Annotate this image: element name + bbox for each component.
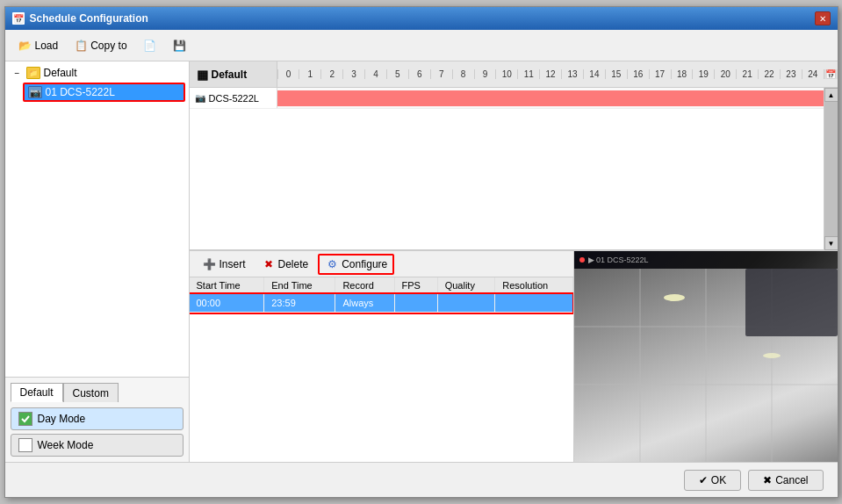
mode-buttons: Day Mode Week Mode (5, 402, 189, 462)
tn-17: 17 (649, 69, 671, 79)
schedule-header: ▦ Default 0 1 2 3 4 5 6 7 8 9 (190, 61, 838, 88)
tree-root[interactable]: − 📁 Default (9, 65, 185, 81)
cell-resolution (495, 294, 572, 313)
tree-camera-node[interactable]: 📷 01 DCS-5222L (23, 83, 185, 102)
tn-11: 11 (517, 69, 539, 79)
mode-tabs: Default Custom (5, 378, 189, 402)
cell-quality (437, 294, 495, 313)
schedule-row-camera: 📷 DCS-5222L (190, 88, 824, 109)
load-button[interactable]: 📂 Load (12, 36, 65, 55)
day-mode-button[interactable]: Day Mode (11, 407, 184, 430)
tab-default[interactable]: Default (11, 383, 63, 402)
load-label: Load (35, 40, 59, 52)
entries-table[interactable]: Start Time End Time Record FPS Quality R… (190, 277, 573, 462)
tn-13: 13 (561, 69, 583, 79)
tree-expand-icon[interactable]: − (12, 68, 23, 78)
ok-button[interactable]: ✔ OK (684, 470, 741, 491)
cell-start: 00:00 (190, 294, 264, 313)
tn-0: 0 (277, 69, 299, 79)
camera-preview: ▶ 01 DCS-5222L (574, 251, 838, 462)
tn-7: 7 (430, 69, 452, 79)
scroll-up-arrow[interactable]: ▲ (824, 88, 838, 102)
schedule-body-wrapper: 📷 DCS-5222L ▲ ▼ (190, 88, 838, 251)
col-end-time: End Time (264, 277, 335, 294)
cancel-label: Cancel (775, 474, 808, 486)
tn-8: 8 (452, 69, 474, 79)
toolbar-icon-3: 📄 (143, 39, 157, 53)
calendar-icon[interactable]: 📅 (824, 69, 838, 79)
preview-label: ▶ 01 DCS-5222L (588, 256, 649, 264)
day-mode-label: Day Mode (38, 413, 86, 425)
configure-button[interactable]: ⚙ Configure (318, 254, 394, 275)
configure-icon: ⚙ (325, 257, 339, 271)
cell-fps (394, 294, 437, 313)
timeline-bar-full (277, 90, 824, 106)
col-record: Record (335, 277, 394, 294)
ceiling-svg (574, 269, 838, 462)
delete-button[interactable]: ✖ Delete (255, 255, 315, 274)
title-bar-left: 📅 Schedule Configuration (12, 12, 148, 25)
tn-2: 2 (320, 69, 342, 79)
tn-6: 6 (408, 69, 430, 79)
toolbar-btn-4[interactable]: 💾 (167, 36, 193, 55)
schedule-scrollbar[interactable]: ▲ ▼ (824, 88, 838, 250)
copyto-button[interactable]: 📋 Copy to (68, 36, 133, 55)
entries-panel: ➕ Insert ✖ Delete ⚙ Configure (190, 251, 574, 462)
entries-toolbar: ➕ Insert ✖ Delete ⚙ Configure (190, 251, 573, 277)
configure-label: Configure (342, 258, 387, 270)
camera-icon: 📷 (28, 86, 42, 98)
timeline-numbers: 0 1 2 3 4 5 6 7 8 9 10 11 12 13 (277, 61, 824, 87)
left-panel: − 📁 Default 📷 01 DCS-5222L Default Custo… (5, 61, 190, 462)
main-content: − 📁 Default 📷 01 DCS-5222L Default Custo… (5, 61, 838, 462)
window-title: Schedule Configuration (30, 12, 148, 25)
close-button[interactable]: ✕ (815, 11, 831, 25)
schedule-row-label: 📷 DCS-5222L (190, 88, 277, 108)
schedule-body[interactable]: 📷 DCS-5222L (190, 88, 824, 250)
tn-21: 21 (736, 69, 758, 79)
insert-button[interactable]: ➕ Insert (197, 255, 252, 274)
preview-top-bar: ▶ 01 DCS-5222L (574, 251, 838, 269)
week-mode-checkbox (18, 438, 32, 452)
copyto-label: Copy to (90, 40, 126, 52)
scroll-thumb[interactable] (824, 102, 838, 236)
bottom-section: ➕ Insert ✖ Delete ⚙ Configure (190, 251, 838, 462)
svg-point-6 (763, 353, 781, 358)
schedule-row-timeline[interactable] (277, 88, 824, 108)
tree-area[interactable]: − 📁 Default 📷 01 DCS-5222L (5, 61, 189, 378)
cell-end: 23:59 (264, 294, 335, 313)
tab-custom[interactable]: Custom (63, 383, 119, 402)
table-row[interactable]: 00:00 23:59 Always (190, 294, 573, 313)
tn-20: 20 (714, 69, 736, 79)
cancel-button[interactable]: ✖ Cancel (748, 470, 823, 491)
tn-15: 15 (605, 69, 627, 79)
copyto-icon: 📋 (74, 39, 88, 53)
toolbar: 📂 Load 📋 Copy to 📄 💾 (5, 30, 838, 61)
cancel-x: ✖ (763, 474, 772, 486)
col-fps: FPS (394, 277, 437, 294)
week-mode-button[interactable]: Week Mode (11, 434, 184, 457)
svg-point-5 (664, 294, 685, 301)
preview-rec-dot (579, 257, 585, 263)
toolbar-icon-4: 💾 (173, 39, 187, 53)
schedule-label: ▦ Default (190, 61, 277, 87)
tn-22: 22 (758, 69, 780, 79)
tn-9: 9 (474, 69, 496, 79)
tn-19: 19 (692, 69, 714, 79)
tn-10: 10 (495, 69, 517, 79)
col-start-time: Start Time (190, 277, 264, 294)
scroll-down-arrow[interactable]: ▼ (824, 236, 838, 250)
tn-24: 24 (802, 69, 824, 79)
tn-1: 1 (299, 69, 320, 79)
toolbar-btn-3[interactable]: 📄 (137, 36, 163, 55)
cell-record: Always (335, 294, 394, 313)
tn-4: 4 (364, 69, 386, 79)
tn-12: 12 (539, 69, 561, 79)
tn-18: 18 (671, 69, 693, 79)
tn-23: 23 (780, 69, 802, 79)
delete-icon: ✖ (262, 257, 276, 271)
insert-label: Insert (219, 258, 246, 270)
delete-label: Delete (278, 258, 309, 270)
tn-3: 3 (342, 69, 364, 79)
col-resolution: Resolution (495, 277, 572, 294)
ok-checkmark: ✔ (699, 474, 708, 486)
